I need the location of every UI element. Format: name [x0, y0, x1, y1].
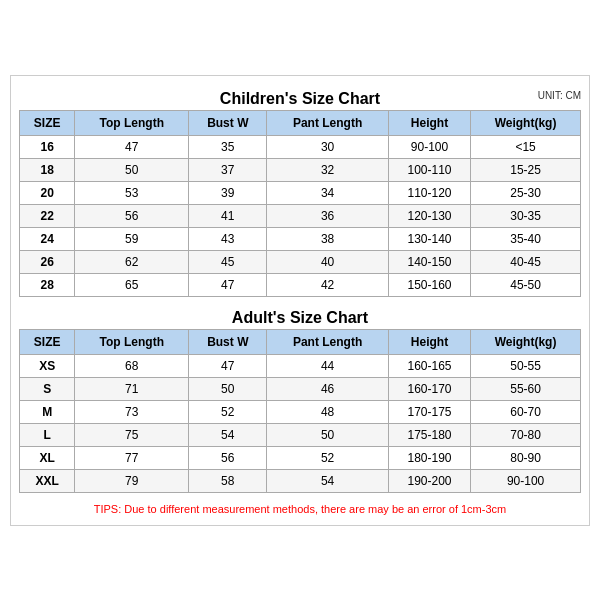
- adult-col-header: Height: [388, 329, 470, 354]
- data-cell: 50-55: [471, 354, 581, 377]
- size-cell: 18: [20, 158, 75, 181]
- data-cell: 60-70: [471, 400, 581, 423]
- size-cell: XS: [20, 354, 75, 377]
- table-row: 20533934110-12025-30: [20, 181, 581, 204]
- data-cell: <15: [471, 135, 581, 158]
- table-row: 18503732100-11015-25: [20, 158, 581, 181]
- data-cell: 46: [267, 377, 389, 400]
- data-cell: 37: [189, 158, 267, 181]
- data-cell: 59: [75, 227, 189, 250]
- data-cell: 43: [189, 227, 267, 250]
- table-row: XXL795854190-20090-100: [20, 469, 581, 492]
- children-header-row: SIZETop LengthBust WPant LengthHeightWei…: [20, 110, 581, 135]
- children-col-header: Pant Length: [267, 110, 389, 135]
- size-cell: S: [20, 377, 75, 400]
- children-col-header: Height: [388, 110, 470, 135]
- data-cell: 47: [75, 135, 189, 158]
- data-cell: 45: [189, 250, 267, 273]
- adult-col-header: Bust W: [189, 329, 267, 354]
- data-cell: 34: [267, 181, 389, 204]
- table-row: 22564136120-13030-35: [20, 204, 581, 227]
- data-cell: 52: [267, 446, 389, 469]
- data-cell: 190-200: [388, 469, 470, 492]
- children-col-header: Weight(kg): [471, 110, 581, 135]
- data-cell: 30-35: [471, 204, 581, 227]
- unit-label: UNIT: CM: [538, 90, 581, 101]
- data-cell: 40-45: [471, 250, 581, 273]
- data-cell: 90-100: [388, 135, 470, 158]
- table-row: 24594338130-14035-40: [20, 227, 581, 250]
- adult-col-header: Top Length: [75, 329, 189, 354]
- data-cell: 54: [189, 423, 267, 446]
- data-cell: 36: [267, 204, 389, 227]
- adult-section-title: Adult's Size Chart: [19, 303, 581, 329]
- data-cell: 150-160: [388, 273, 470, 296]
- data-cell: 25-30: [471, 181, 581, 204]
- data-cell: 41: [189, 204, 267, 227]
- data-cell: 50: [189, 377, 267, 400]
- data-cell: 15-25: [471, 158, 581, 181]
- children-col-header: SIZE: [20, 110, 75, 135]
- size-cell: M: [20, 400, 75, 423]
- data-cell: 180-190: [388, 446, 470, 469]
- size-cell: 24: [20, 227, 75, 250]
- data-cell: 77: [75, 446, 189, 469]
- table-row: 26624540140-15040-45: [20, 250, 581, 273]
- data-cell: 100-110: [388, 158, 470, 181]
- size-cell: 26: [20, 250, 75, 273]
- data-cell: 54: [267, 469, 389, 492]
- table-row: XS684744160-16550-55: [20, 354, 581, 377]
- size-cell: XL: [20, 446, 75, 469]
- data-cell: 52: [189, 400, 267, 423]
- size-cell: XXL: [20, 469, 75, 492]
- data-cell: 130-140: [388, 227, 470, 250]
- table-row: 28654742150-16045-50: [20, 273, 581, 296]
- data-cell: 110-120: [388, 181, 470, 204]
- adult-col-header: Weight(kg): [471, 329, 581, 354]
- table-row: M735248170-17560-70: [20, 400, 581, 423]
- table-row: XL775652180-19080-90: [20, 446, 581, 469]
- size-cell: 28: [20, 273, 75, 296]
- data-cell: 47: [189, 273, 267, 296]
- data-cell: 48: [267, 400, 389, 423]
- data-cell: 38: [267, 227, 389, 250]
- size-cell: L: [20, 423, 75, 446]
- data-cell: 35-40: [471, 227, 581, 250]
- data-cell: 50: [75, 158, 189, 181]
- table-row: S715046160-17055-60: [20, 377, 581, 400]
- data-cell: 30: [267, 135, 389, 158]
- data-cell: 53: [75, 181, 189, 204]
- data-cell: 80-90: [471, 446, 581, 469]
- data-cell: 32: [267, 158, 389, 181]
- data-cell: 55-60: [471, 377, 581, 400]
- table-row: 1647353090-100<15: [20, 135, 581, 158]
- adult-col-header: Pant Length: [267, 329, 389, 354]
- data-cell: 90-100: [471, 469, 581, 492]
- data-cell: 160-170: [388, 377, 470, 400]
- data-cell: 56: [75, 204, 189, 227]
- data-cell: 39: [189, 181, 267, 204]
- size-cell: 22: [20, 204, 75, 227]
- size-cell: 20: [20, 181, 75, 204]
- data-cell: 47: [189, 354, 267, 377]
- data-cell: 70-80: [471, 423, 581, 446]
- data-cell: 160-165: [388, 354, 470, 377]
- data-cell: 120-130: [388, 204, 470, 227]
- children-table: SIZETop LengthBust WPant LengthHeightWei…: [19, 110, 581, 297]
- data-cell: 73: [75, 400, 189, 423]
- data-cell: 71: [75, 377, 189, 400]
- chart-container: Children's Size Chart UNIT: CM SIZETop L…: [10, 75, 590, 526]
- data-cell: 170-175: [388, 400, 470, 423]
- data-cell: 58: [189, 469, 267, 492]
- data-cell: 140-150: [388, 250, 470, 273]
- children-col-header: Bust W: [189, 110, 267, 135]
- data-cell: 175-180: [388, 423, 470, 446]
- data-cell: 79: [75, 469, 189, 492]
- data-cell: 62: [75, 250, 189, 273]
- data-cell: 44: [267, 354, 389, 377]
- adult-header-row: SIZETop LengthBust WPant LengthHeightWei…: [20, 329, 581, 354]
- table-row: L755450175-18070-80: [20, 423, 581, 446]
- data-cell: 45-50: [471, 273, 581, 296]
- children-title-text: Children's Size Chart: [220, 90, 380, 107]
- data-cell: 42: [267, 273, 389, 296]
